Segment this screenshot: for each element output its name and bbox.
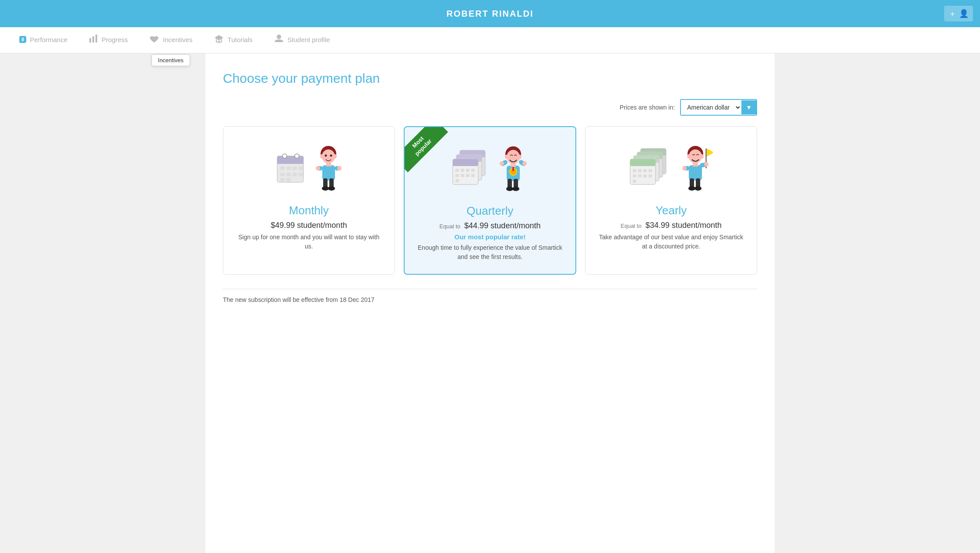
svg-rect-79 <box>633 174 636 177</box>
svg-rect-75 <box>633 169 636 172</box>
svg-rect-74 <box>630 159 656 166</box>
header-title: ROBERT RINALDI <box>446 9 533 19</box>
performance-badge: 8 <box>19 36 26 43</box>
svg-rect-80 <box>638 174 642 177</box>
svg-rect-43 <box>466 169 469 172</box>
svg-rect-57 <box>512 167 514 171</box>
svg-rect-77 <box>643 169 647 172</box>
quarterly-popular-rate: Our most popular rate! <box>455 233 526 241</box>
svg-marker-85 <box>707 149 713 156</box>
svg-rect-42 <box>461 169 464 172</box>
svg-rect-6 <box>277 160 303 164</box>
svg-rect-17 <box>280 178 285 181</box>
svg-rect-81 <box>643 174 647 177</box>
svg-rect-16 <box>299 173 303 176</box>
main-content: Choose your payment plan Prices are show… <box>205 53 775 553</box>
monthly-calendar-icon <box>275 151 310 186</box>
currency-selector[interactable]: American dollar Euro British pound ▼ <box>680 99 757 116</box>
yearly-plan-price: Equal to $34.99 student/month <box>620 221 722 230</box>
svg-point-65 <box>512 187 519 191</box>
svg-rect-47 <box>466 174 469 177</box>
tutorials-icon <box>214 34 224 45</box>
plans-row: Monthly $49.99 student/month Sign up for… <box>223 126 757 275</box>
nav: 8 Performance Progress Incentives Incent… <box>0 27 980 53</box>
nav-item-performance[interactable]: 8 Performance <box>9 27 78 53</box>
progress-icon <box>88 34 98 46</box>
svg-point-21 <box>320 154 324 159</box>
quarterly-price-value: $44.99 student/month <box>464 221 540 230</box>
yearly-illustration <box>630 140 713 197</box>
svg-rect-76 <box>638 169 642 172</box>
popular-badge-text: Mostpopular <box>405 127 448 172</box>
quarterly-calendar-icon <box>452 147 494 191</box>
plan-card-quarterly[interactable]: Mostpopular <box>404 126 577 275</box>
quarterly-equal-to: Equal to <box>440 223 461 230</box>
svg-rect-13 <box>280 173 285 176</box>
svg-rect-83 <box>633 180 636 183</box>
svg-rect-15 <box>293 173 297 176</box>
nav-label-student-profile: Student profile <box>288 36 330 43</box>
add-icon: ＋ <box>948 8 956 19</box>
svg-point-8 <box>295 154 299 158</box>
svg-rect-40 <box>453 159 478 166</box>
svg-rect-82 <box>649 174 652 177</box>
svg-rect-14 <box>286 173 291 176</box>
svg-point-88 <box>687 154 691 159</box>
svg-point-3 <box>277 35 281 39</box>
monthly-illustration <box>275 140 343 197</box>
svg-rect-99 <box>693 163 698 167</box>
quarterly-kid-icon <box>498 145 529 193</box>
nav-label-progress: Progress <box>102 36 128 43</box>
monthly-plan-price: $49.99 student/month <box>271 221 347 230</box>
svg-rect-18 <box>286 178 291 181</box>
svg-point-22 <box>333 154 337 159</box>
bottom-note-text: The new subscription will be effective f… <box>223 296 374 303</box>
svg-point-94 <box>704 162 709 167</box>
svg-point-97 <box>688 186 695 191</box>
svg-point-52 <box>505 155 508 159</box>
header-actions: ＋ 👤 <box>944 6 973 21</box>
svg-rect-78 <box>649 169 652 172</box>
svg-rect-12 <box>299 167 303 170</box>
plan-card-monthly[interactable]: Monthly $49.99 student/month Sign up for… <box>223 126 395 275</box>
svg-rect-2 <box>95 35 97 43</box>
svg-point-61 <box>522 161 527 166</box>
currency-dropdown-arrow[interactable]: ▼ <box>741 100 756 114</box>
page-title: Choose your payment plan <box>223 71 757 86</box>
svg-point-20 <box>322 149 335 163</box>
currency-select-input[interactable]: American dollar Euro British pound <box>681 100 741 115</box>
svg-rect-10 <box>286 167 291 170</box>
svg-rect-0 <box>89 38 91 43</box>
add-user-button[interactable]: ＋ 👤 <box>944 6 973 21</box>
nav-item-progress[interactable]: Progress <box>78 27 138 53</box>
bottom-note: The new subscription will be effective f… <box>223 289 757 303</box>
nav-item-tutorials[interactable]: Tutorials <box>203 27 263 53</box>
svg-point-32 <box>322 186 329 191</box>
popular-badge: Mostpopular <box>405 127 453 175</box>
nav-label-incentives: Incentives <box>163 36 193 43</box>
quarterly-plan-price: Equal to $44.99 student/month <box>440 221 541 230</box>
yearly-calendar-icon <box>630 146 676 190</box>
monthly-plan-name: Monthly <box>289 204 329 217</box>
currency-label: Prices are shown in: <box>620 104 675 111</box>
plan-card-yearly[interactable]: Yearly Equal to $34.99 student/month Tak… <box>585 126 757 275</box>
student-profile-icon <box>274 33 284 46</box>
incentives-tooltip: Incentives <box>152 54 190 66</box>
svg-point-89 <box>700 154 704 159</box>
svg-point-93 <box>682 166 687 170</box>
svg-rect-11 <box>293 167 297 170</box>
svg-point-29 <box>337 166 342 170</box>
svg-rect-25 <box>322 165 335 181</box>
svg-rect-48 <box>471 174 475 177</box>
quarterly-plan-name: Quarterly <box>467 204 514 218</box>
svg-rect-41 <box>455 169 459 172</box>
svg-point-64 <box>506 187 513 191</box>
yearly-plan-name: Yearly <box>656 204 687 217</box>
nav-item-student-profile[interactable]: Student profile <box>263 27 341 53</box>
nav-item-incentives[interactable]: Incentives Incentives <box>138 27 203 53</box>
svg-point-53 <box>518 155 522 159</box>
svg-rect-90 <box>689 165 702 181</box>
header: ROBERT RINALDI ＋ 👤 <box>0 0 980 27</box>
svg-rect-9 <box>280 167 285 170</box>
svg-rect-66 <box>511 163 516 167</box>
